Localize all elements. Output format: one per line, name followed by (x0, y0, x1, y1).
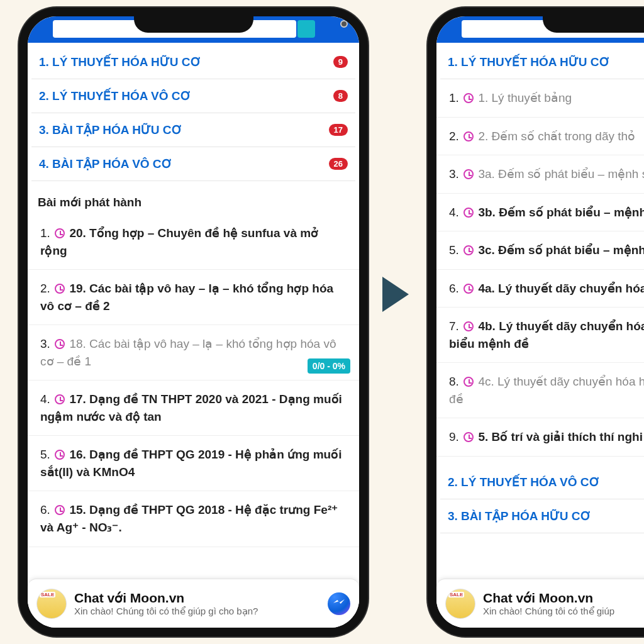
item-index: 4. (40, 392, 50, 406)
lesson-item[interactable]: 1. 1. Lý thuyết bảng (436, 79, 644, 118)
count-badge: 9 (333, 56, 348, 68)
chat-text: Chat với Moon.vn Xin chào! Chúng tôi có … (74, 591, 320, 617)
chat-title: Chat với Moon.vn (483, 591, 644, 606)
count-badge: 8 (333, 90, 348, 102)
category-label: 2. LÝ THUYẾT HÓA VÔ CƠ (448, 475, 600, 489)
lesson-item[interactable]: 6. 15. Dạng đề THPT QG 2018 - Hệ đặc trư… (28, 491, 359, 547)
category-item[interactable]: 3. BÀI TẬP HÓA HỮU CƠ (440, 499, 644, 533)
lesson-list: 1. 1. Lý thuyết bảng 2. 2. Đếm số chất t… (436, 79, 644, 457)
lesson-item[interactable]: 2. 2. Đếm số chất trong dãy thỏ (436, 118, 644, 156)
lesson-item[interactable]: 4. 3b. Đếm số phát biểu – mệnh số 2 (436, 194, 644, 232)
search-go-button[interactable] (297, 20, 315, 38)
clock-icon (464, 432, 474, 442)
chat-bar[interactable]: Chat với Moon.vn Xin chào! Chúng tôi có … (28, 579, 359, 628)
item-index: 4. (449, 206, 459, 219)
item-title: 4c. Lý thuyết dãy chuyển hóa hợp phát bi… (449, 375, 644, 406)
item-title: 16. Dạng đề THPT QG 2019 - Hệ phản ứng m… (40, 448, 341, 479)
item-title: 5. Bố trí và giải thích thí nghi (478, 430, 643, 443)
item-title: 4b. Lý thuyết dãy chuyển hóa chữ kết hợp… (449, 319, 644, 350)
category-list-rest: 2. LÝ THUYẾT HÓA VÔ CƠ 3. BÀI TẬP HÓA HỮ… (440, 465, 644, 533)
category-label: 3. BÀI TẬP HÓA HỮU CƠ (39, 123, 182, 137)
category-item[interactable]: 2. LÝ THUYẾT HÓA VÔ CƠ (440, 465, 644, 499)
lesson-item[interactable]: 2. 19. Các bài tập vô hay – lạ – khó tổn… (28, 270, 359, 325)
chat-subtitle: Xin chào! Chúng tôi có thể giúp (483, 606, 644, 617)
item-title: 3a. Đếm số phát biểu – mệnh số 1 (478, 167, 644, 180)
lesson-item[interactable]: 8. 4c. Lý thuyết dãy chuyển hóa hợp phát… (436, 363, 644, 418)
clock-icon (55, 450, 65, 460)
messenger-icon[interactable] (328, 592, 350, 615)
clock-icon (464, 169, 474, 179)
notch (134, 15, 253, 33)
clock-icon (55, 284, 65, 294)
screen: 1. LÝ THUYẾT HÓA HỮU CƠ 1. 1. Lý thuyết … (436, 43, 644, 628)
section-title: Bài mới phát hành (28, 181, 359, 214)
item-index: 3. (449, 167, 459, 180)
chat-avatar-icon (36, 589, 67, 619)
arrow-right-icon (382, 277, 409, 312)
category-item[interactable]: 2. LÝ THUYẾT HÓA VÔ CƠ 8 (31, 79, 355, 113)
item-index: 6. (40, 503, 50, 516)
chat-title: Chat với Moon.vn (74, 591, 320, 606)
item-title: 3c. Đếm số phát biểu – mệnh số 3 (478, 243, 644, 257)
item-title: 18. Các bài tập vô hay – lạ – khó tổng h… (40, 337, 336, 368)
lesson-item[interactable]: 5. 16. Dạng đề THPT QG 2019 - Hệ phản ứn… (28, 436, 359, 491)
clock-icon (464, 377, 474, 387)
clock-icon (55, 228, 65, 238)
category-item[interactable]: 4. BÀI TẬP HÓA VÔ CƠ 26 (31, 147, 355, 181)
item-index: 9. (449, 430, 459, 443)
category-label: 1. LÝ THUYẾT HÓA HỮU CƠ (448, 55, 610, 69)
item-title: 4a. Lý thuyết dãy chuyển hóa (478, 282, 644, 295)
item-index: 7. (449, 319, 459, 333)
item-index: 3. (40, 337, 50, 350)
lesson-item[interactable]: 4. 17. Dạng đề TN THPT 2020 và 2021 - Dạ… (28, 380, 359, 436)
clock-icon (464, 284, 474, 294)
progress-badge: 0/0 - 0% (308, 358, 350, 374)
clock-icon (464, 93, 474, 103)
clock-icon (55, 394, 65, 404)
phone-right: 1. LÝ THUYẾT HÓA HỮU CƠ 1. 1. Lý thuyết … (428, 8, 644, 636)
item-title: 19. Các bài tập vô hay – lạ – khó tổng h… (40, 282, 333, 313)
item-title: 15. Dạng đề THPT QG 2018 - Hệ đặc trưng … (40, 503, 338, 534)
item-index: 1. (40, 226, 50, 240)
category-label: 2. LÝ THUYẾT HÓA VÔ CƠ (39, 89, 191, 103)
item-title: 2. Đếm số chất trong dãy thỏ (478, 130, 635, 143)
item-index: 1. (449, 91, 459, 104)
clock-icon (464, 245, 474, 255)
phone-left: 1. LÝ THUYẾT HÓA HỮU CƠ 9 2. LÝ THUYẾT H… (19, 8, 368, 636)
clock-icon (464, 208, 474, 218)
chat-bar[interactable]: Chat với Moon.vn Xin chào! Chúng tôi có … (436, 579, 644, 628)
item-index: 6. (449, 282, 459, 295)
item-index: 2. (449, 130, 459, 143)
category-list: 1. LÝ THUYẾT HÓA HỮU CƠ (440, 45, 644, 79)
screen: 1. LÝ THUYẾT HÓA HỮU CƠ 9 2. LÝ THUYẾT H… (28, 43, 359, 628)
item-title: 3b. Đếm số phát biểu – mệnh số 2 (478, 206, 644, 219)
item-index: 5. (40, 448, 50, 461)
category-label: 4. BÀI TẬP HÓA VÔ CƠ (39, 157, 172, 171)
clock-icon (464, 131, 474, 142)
item-index: 2. (40, 282, 50, 295)
lesson-item[interactable]: 6. 4a. Lý thuyết dãy chuyển hóa (436, 270, 644, 308)
item-title: 1. Lý thuyết bảng (478, 91, 572, 104)
notch (543, 15, 645, 33)
count-badge: 17 (329, 124, 348, 136)
category-item-expanded[interactable]: 1. LÝ THUYẾT HÓA HỮU CƠ (440, 45, 644, 79)
lesson-item[interactable]: 1. 20. Tổng hợp – Chuyên đề hệ sunfua và… (28, 214, 359, 270)
clock-icon (464, 321, 474, 331)
lesson-item[interactable]: 7. 4b. Lý thuyết dãy chuyển hóa chữ kết … (436, 308, 644, 363)
item-index: 8. (449, 375, 459, 388)
lesson-item[interactable]: 3. 18. Các bài tập vô hay – lạ – khó tổn… (28, 325, 359, 380)
lesson-item[interactable]: 5. 3c. Đếm số phát biểu – mệnh số 3 (436, 231, 644, 270)
count-badge: 26 (329, 158, 348, 170)
lesson-item[interactable]: 9. 5. Bố trí và giải thích thí nghi (436, 418, 644, 457)
category-item[interactable]: 3. BÀI TẬP HÓA HỮU CƠ 17 (31, 113, 355, 147)
category-item[interactable]: 1. LÝ THUYẾT HÓA HỮU CƠ 9 (31, 45, 355, 79)
topbar-dot-icon (340, 20, 348, 28)
chat-subtitle: Xin chào! Chúng tôi có thể giúp gì cho b… (74, 606, 320, 617)
category-label: 3. BÀI TẬP HÓA HỮU CƠ (448, 509, 591, 523)
chat-avatar-icon (445, 589, 475, 619)
clock-icon (55, 339, 65, 349)
item-title: 20. Tổng hợp – Chuyên đề hệ sunfua và mở… (40, 226, 318, 257)
lesson-list: 1. 20. Tổng hợp – Chuyên đề hệ sunfua và… (28, 214, 359, 547)
chat-text: Chat với Moon.vn Xin chào! Chúng tôi có … (483, 591, 644, 617)
lesson-item[interactable]: 3. 3a. Đếm số phát biểu – mệnh số 1 (436, 155, 644, 194)
